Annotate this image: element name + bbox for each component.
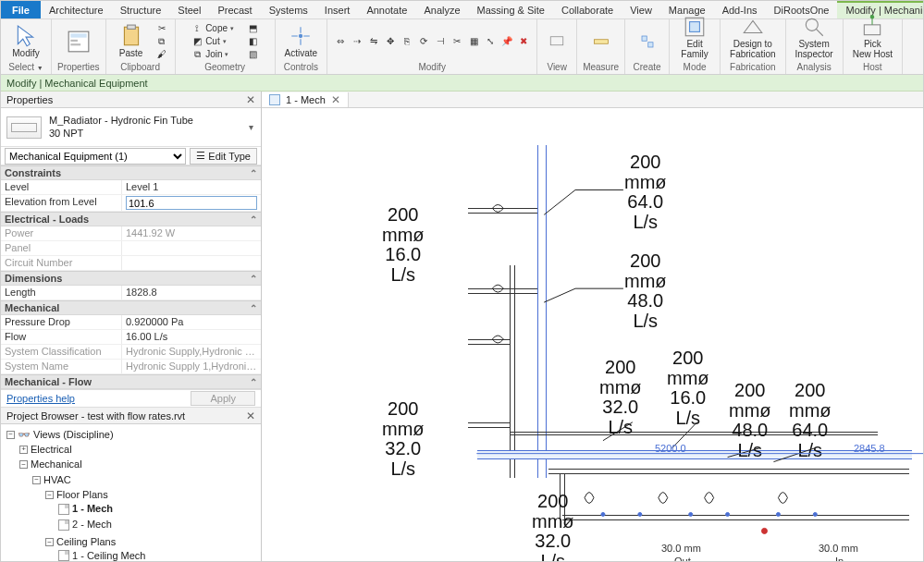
svg-rect-1 bbox=[70, 33, 86, 37]
canvas[interactable]: 200mmø16.0L/s 200mmø32.0L/s 200mmø32.0L/… bbox=[262, 108, 923, 562]
project-tree[interactable]: −👓 Views (Discipline) +Electrical −Mecha… bbox=[1, 424, 261, 562]
pin-icon: 📌 bbox=[501, 36, 512, 47]
tree-item-1-mech[interactable]: 1 - Mech bbox=[58, 502, 257, 518]
geom-b-button[interactable]: ◧ bbox=[245, 35, 260, 48]
system-inspector-button[interactable]: System Inspector bbox=[792, 13, 837, 61]
prop-flow[interactable]: 16.00 L/s bbox=[121, 330, 261, 344]
cut-clip-button[interactable]: ✂ bbox=[154, 22, 169, 35]
tab-annotate[interactable]: Annotate bbox=[358, 1, 415, 18]
copy-button[interactable]: ⎘ bbox=[400, 35, 414, 48]
cope-button[interactable]: ⟟Cope ▾ bbox=[190, 22, 236, 35]
geom-a-button[interactable]: ⬒ bbox=[245, 22, 260, 35]
close-icon[interactable]: ✕ bbox=[331, 93, 340, 106]
tab-systems[interactable]: Systems bbox=[261, 1, 316, 18]
close-icon[interactable]: ✕ bbox=[246, 93, 255, 106]
pipe-segment[interactable] bbox=[510, 265, 515, 478]
doc-tab-1-mech[interactable]: 1 - Mech ✕ bbox=[262, 92, 349, 107]
svg-rect-7 bbox=[550, 36, 563, 44]
cut-geom-button[interactable]: ◩Cut ▾ bbox=[190, 35, 236, 48]
tab-massing[interactable]: Massing & Site bbox=[469, 1, 553, 18]
pipe-tag: 200mmø64.0L/s bbox=[624, 153, 667, 232]
edit-type-button[interactable]: ☰ Edit Type bbox=[190, 148, 257, 165]
pipe-segment[interactable] bbox=[468, 339, 510, 345]
tab-steel[interactable]: Steel bbox=[169, 1, 209, 18]
type-selector[interactable]: M_Radiator - Hydronic Fin Tube 30 NPT ▾ bbox=[1, 108, 261, 147]
delete-button[interactable]: ✖ bbox=[516, 35, 531, 48]
offset-button[interactable]: ⇢ bbox=[350, 35, 364, 48]
ribbon-panel-view: View bbox=[537, 19, 577, 74]
design-to-fab-button[interactable]: Design to Fabrication bbox=[726, 13, 779, 61]
apply-button[interactable]: Apply bbox=[191, 391, 255, 406]
drawing-area[interactable]: 1 - Mech ✕ 200mmø16.0L/s bbox=[262, 92, 923, 562]
pipe-segment[interactable] bbox=[468, 422, 510, 428]
copy-clip-button[interactable]: ⧉ bbox=[154, 35, 169, 48]
pipe-tag: 200mmø48.0L/s bbox=[729, 381, 771, 460]
tab-structure[interactable]: Structure bbox=[112, 1, 170, 18]
pipe-tag: 200mmø32.0L/s bbox=[382, 399, 425, 479]
tab-architecture[interactable]: Architecture bbox=[41, 1, 112, 18]
project-browser: Project Browser - test with flow rates.r… bbox=[1, 408, 261, 562]
align-button[interactable]: ⇔ bbox=[333, 35, 348, 48]
notch-icon: ⬒ bbox=[247, 23, 258, 34]
mirror-button[interactable]: ⇋ bbox=[366, 35, 381, 48]
ribbon-panel-controls: Activate Controls bbox=[276, 19, 328, 74]
edit-type-icon: ☰ bbox=[196, 150, 205, 162]
type-thumbnail bbox=[6, 116, 42, 139]
edit-family-button[interactable]: Edit Family bbox=[675, 13, 714, 61]
prop-pressure-drop[interactable]: 0.920000 Pa bbox=[121, 315, 261, 329]
pipe-segment[interactable] bbox=[468, 288, 537, 294]
delete-icon: ✖ bbox=[518, 36, 529, 47]
category-filter-select[interactable]: Mechanical Equipment (1) bbox=[5, 148, 186, 165]
scale-button[interactable]: ⤡ bbox=[483, 35, 498, 48]
join-button[interactable]: ⧉Join ▾ bbox=[190, 48, 236, 61]
pick-new-host-button[interactable]: Pick New Host bbox=[849, 13, 896, 61]
join-icon: ⧉ bbox=[191, 49, 203, 60]
geom-c-button[interactable]: ▧ bbox=[245, 48, 260, 61]
prop-level[interactable]: Level 1 bbox=[121, 180, 261, 194]
properties-help-link[interactable]: Properties help bbox=[6, 393, 75, 404]
pipe-segment[interactable] bbox=[562, 515, 909, 520]
tab-insert[interactable]: Insert bbox=[316, 1, 359, 18]
create-button[interactable] bbox=[634, 31, 661, 52]
tab-view[interactable]: View bbox=[622, 1, 660, 18]
pipe-segment[interactable] bbox=[537, 145, 547, 478]
tab-collaborate[interactable]: Collaborate bbox=[553, 1, 622, 18]
chevron-down-icon: ▾ bbox=[249, 122, 255, 132]
split-button[interactable]: ✂ bbox=[450, 35, 464, 48]
file-tab[interactable]: File bbox=[1, 1, 41, 18]
modify-button[interactable]: Modify bbox=[6, 22, 45, 61]
measure-button[interactable] bbox=[587, 31, 615, 52]
view-button[interactable] bbox=[543, 31, 571, 52]
tree-item[interactable]: 1 - Ceiling Mech bbox=[58, 549, 257, 562]
properties-button[interactable] bbox=[59, 28, 98, 55]
tree-item-2-mech[interactable]: 2 - Mech bbox=[58, 518, 257, 533]
pipe-segment[interactable] bbox=[548, 469, 909, 474]
prop-length[interactable]: 1828.8 bbox=[121, 286, 261, 299]
context-bar: Modify | Mechanical Equipment bbox=[1, 75, 923, 92]
close-icon[interactable]: ✕ bbox=[246, 409, 255, 422]
pipe-segment[interactable] bbox=[477, 450, 912, 459]
svg-rect-8 bbox=[594, 39, 608, 43]
tab-analyze[interactable]: Analyze bbox=[415, 1, 468, 18]
dimension-text[interactable]: 5200.0 bbox=[655, 443, 686, 454]
dimension-text[interactable]: 2845.8 bbox=[854, 443, 885, 454]
clipboard-icon bbox=[119, 24, 143, 48]
svg-rect-10 bbox=[647, 42, 652, 46]
svg-rect-2 bbox=[70, 39, 78, 41]
pin-button[interactable]: 📌 bbox=[499, 35, 514, 48]
pipe-tag: 200mmø32.0L/s bbox=[599, 358, 642, 437]
trim-button[interactable]: ⊣ bbox=[433, 35, 448, 48]
paste-button[interactable]: Paste bbox=[112, 22, 151, 61]
ribbon-panel-mode: Edit Family Mode bbox=[670, 19, 721, 74]
project-browser-title: Project Browser - test with flow rates.r… bbox=[1, 408, 261, 424]
tab-precast[interactable]: Precast bbox=[209, 1, 260, 18]
ribbon-panel-modify: ⇔ ⇢ ⇋ ✥ ⎘ ⟳ ⊣ ✂ ▦ ⤡ 📌 ✖ Modify bbox=[327, 19, 537, 74]
move-button[interactable]: ✥ bbox=[383, 35, 398, 48]
array-button[interactable]: ▦ bbox=[466, 35, 481, 48]
activate-button[interactable]: Activate bbox=[281, 22, 322, 61]
properties-grid: Constraints⌃ LevelLevel 1 Elevation from… bbox=[1, 165, 261, 389]
match-button[interactable]: 🖌 bbox=[154, 48, 169, 61]
pipe-segment[interactable] bbox=[468, 208, 537, 214]
rotate-button[interactable]: ⟳ bbox=[416, 35, 431, 48]
elevation-input[interactable] bbox=[126, 196, 257, 210]
